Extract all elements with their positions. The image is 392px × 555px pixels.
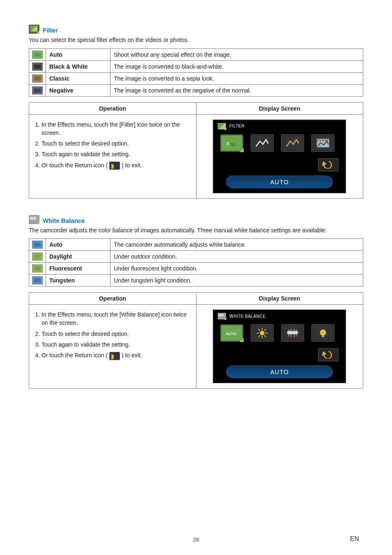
wb-section-header: White Balance	[29, 215, 363, 224]
filter-option-name: Classic	[46, 72, 111, 84]
wb-auto-icon	[29, 239, 46, 251]
wb-option-desc: Under outdoor condition.	[111, 251, 363, 263]
wb-step: Or touch the Return icon ( ) to exit.	[42, 351, 192, 360]
filter-option-name: Auto	[46, 49, 111, 60]
wb-option-name: Tungsten	[46, 275, 111, 287]
wb-step: Touch again to validate the setting.	[42, 340, 192, 349]
filter-header-icon	[29, 25, 39, 34]
filter-step: Or touch the Return icon ( ) to exit.	[42, 161, 192, 170]
filter-auto-icon	[29, 49, 46, 60]
wb-fluorescent-icon	[29, 263, 46, 275]
wb-option-name: Auto	[46, 239, 111, 251]
page-language: EN	[350, 535, 359, 543]
filter-screen-header-icon	[218, 123, 226, 130]
wb-display-cell: WHITE BALANCE AUTO	[196, 305, 363, 388]
operation-header: Operation	[29, 293, 196, 305]
wb-header-icon	[29, 215, 39, 224]
filter-option-bw[interactable]	[251, 134, 274, 152]
svg-point-10	[260, 331, 265, 335]
wb-option-name: Daylight	[46, 251, 111, 263]
filter-option-desc: The image is converted to a sepia look.	[111, 72, 363, 84]
svg-rect-19	[287, 331, 298, 334]
svg-text:A: A	[226, 141, 229, 146]
wb-tungsten-icon	[29, 275, 46, 287]
filter-section-header: Filter	[29, 25, 363, 34]
svg-rect-3	[318, 139, 319, 141]
filter-option-classic[interactable]	[281, 134, 304, 152]
table-row: DaylightUnder outdoor condition.	[29, 251, 363, 263]
filter-option-auto[interactable]: ATO	[220, 134, 243, 152]
svg-rect-4	[320, 139, 321, 141]
page-number: 28	[193, 536, 199, 543]
return-button[interactable]	[318, 348, 339, 361]
wb-option-auto[interactable]: AUTO	[220, 324, 243, 342]
filter-option-name: Negative	[46, 84, 111, 96]
svg-line-16	[265, 335, 266, 337]
filter-intro-text: You can select the special filter effect…	[29, 36, 363, 44]
wb-option-daylight[interactable]	[251, 324, 274, 342]
svg-line-15	[258, 329, 260, 331]
table-row: Black & WhiteThe image is converted to b…	[29, 60, 363, 72]
table-row: ClassicThe image is converted to a sepia…	[29, 72, 363, 84]
filter-step: Touch again to validate the setting.	[42, 150, 192, 158]
table-row: TungstenUnder tungsten light condition.	[29, 275, 363, 287]
wb-screen-title: WHITE BALANCE	[229, 314, 265, 319]
wb-screen-header-icon	[218, 313, 226, 319]
return-button[interactable]	[318, 158, 339, 171]
display-screen-header: Display Screen	[196, 102, 363, 114]
wb-step: Touch to select the desired option.	[42, 330, 192, 338]
operation-header: Operation	[29, 102, 196, 114]
filter-option-name: Black & White	[46, 60, 111, 72]
filter-bw-icon	[29, 60, 46, 72]
svg-point-28	[320, 330, 326, 336]
wb-option-tungsten[interactable]	[311, 324, 334, 342]
filter-options-table: AutoShoot without any special effect on …	[29, 49, 363, 97]
filter-operation-table: Operation Display Screen In the Effects …	[29, 102, 363, 199]
wb-option-desc: Under tungsten light condition.	[111, 275, 363, 287]
wb-step: In the Effects menu, touch the [White Ba…	[42, 310, 192, 327]
wb-display-screen: WHITE BALANCE AUTO	[213, 310, 346, 383]
wb-daylight-icon	[29, 251, 46, 263]
filter-option-desc: The image is converted as the negative o…	[111, 84, 363, 96]
filter-option-desc: Shoot without any special effect on the …	[111, 49, 363, 60]
wb-selected-label: AUTO	[226, 365, 333, 378]
return-icon	[109, 352, 120, 360]
table-row: NegativeThe image is converted as the ne…	[29, 84, 363, 96]
return-icon	[109, 162, 120, 170]
filter-option-desc: The image is converted to black-and-whit…	[111, 60, 363, 72]
svg-line-18	[258, 335, 260, 337]
filter-display-cell: FILTER ATO	[196, 114, 363, 198]
filter-classic-icon	[29, 72, 46, 84]
wb-option-desc: The camcorder automatically adjusts whit…	[111, 239, 363, 251]
wb-title: White Balance	[43, 217, 85, 224]
table-row: AutoShoot without any special effect on …	[29, 49, 363, 60]
wb-options-table: AutoThe camcorder automatically adjusts …	[29, 238, 363, 287]
svg-rect-29	[322, 335, 324, 338]
svg-text:TO: TO	[231, 142, 235, 146]
wb-option-desc: Under fluorescent light condition.	[111, 263, 363, 275]
filter-negative-icon	[29, 84, 46, 96]
filter-display-screen: FILTER ATO	[213, 120, 346, 193]
filter-screen-title: FILTER	[229, 124, 244, 128]
wb-option-fluorescent[interactable]	[281, 324, 304, 342]
wb-operation-table: Operation Display Screen In the Effects …	[29, 292, 363, 388]
svg-rect-5	[322, 139, 323, 141]
wb-intro-text: The camcorder adjusts the color balance …	[29, 227, 363, 235]
display-screen-header: Display Screen	[196, 293, 363, 305]
filter-title: Filter	[43, 27, 58, 34]
page-footer: 28 EN	[0, 536, 392, 543]
filter-steps-cell: In the Effects menu, touch the [Filter] …	[29, 114, 196, 198]
filter-selected-label: AUTO	[226, 176, 333, 188]
svg-rect-6	[325, 139, 326, 141]
svg-text:AUTO: AUTO	[226, 332, 236, 336]
table-row: AutoThe camcorder automatically adjusts …	[29, 239, 363, 251]
table-row: FluorescentUnder fluorescent light condi…	[29, 263, 363, 275]
wb-option-name: Fluorescent	[46, 263, 111, 275]
filter-step: Touch to select the desired option.	[42, 139, 192, 148]
filter-step: In the Effects menu, touch the [Filter] …	[42, 120, 192, 137]
svg-line-17	[265, 329, 266, 331]
filter-option-negative[interactable]	[311, 134, 334, 152]
wb-steps-cell: In the Effects menu, touch the [White Ba…	[29, 305, 196, 388]
